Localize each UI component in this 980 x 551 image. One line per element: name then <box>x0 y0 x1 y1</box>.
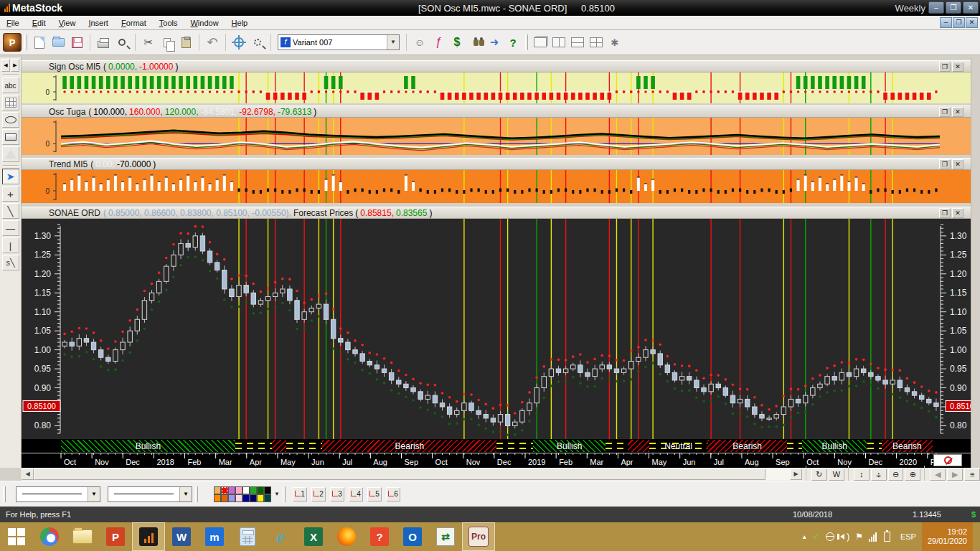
style-toolbar-grip[interactable] <box>3 486 6 502</box>
zoom-select-button[interactable] <box>248 33 267 52</box>
chart-layout-button-4[interactable]: 4 <box>349 487 363 501</box>
taskbar-word[interactable]: W <box>165 522 198 551</box>
color-swatch[interactable] <box>242 486 250 494</box>
variant-selector[interactable]: f Variant 007 ▼ <box>278 34 400 50</box>
palette-grip[interactable] <box>195 486 198 502</box>
network-globe-icon[interactable] <box>826 532 834 541</box>
panel-close-button[interactable]: ✕ <box>952 62 963 72</box>
chart-layout-button-6[interactable]: 6 <box>386 487 400 501</box>
pointer-tool-button[interactable]: ➤ <box>2 169 19 184</box>
taskbar-file-explorer[interactable] <box>66 522 99 551</box>
scroll-right-arrow[interactable]: ▶ <box>790 468 802 480</box>
undo-button[interactable]: ↶ <box>203 33 222 52</box>
periodicity-weekly-button[interactable]: W <box>829 468 844 481</box>
menu-insert[interactable]: Insert <box>82 17 115 29</box>
grid-tool-button[interactable] <box>2 95 19 110</box>
palette-dropdown-arrow[interactable]: ▼ <box>274 491 280 497</box>
color-swatch[interactable] <box>221 494 228 502</box>
battery-icon[interactable] <box>882 532 892 542</box>
toolbar-grip[interactable] <box>24 34 27 50</box>
chart-buttons-grip[interactable] <box>283 486 286 502</box>
color-swatch[interactable] <box>235 486 242 494</box>
color-swatch[interactable] <box>221 486 228 494</box>
refresh-button[interactable]: ↻ <box>811 468 827 481</box>
chart-layout-button-5[interactable]: 5 <box>367 487 382 501</box>
menu-edit[interactable]: Edit <box>26 17 52 29</box>
taskbar-excel[interactable]: X <box>297 522 330 551</box>
menu-format[interactable]: Format <box>115 17 153 29</box>
next-chart-button[interactable]: ▶ <box>947 468 963 481</box>
flag-icon[interactable]: ⚑ <box>855 532 863 542</box>
color-swatch[interactable] <box>250 486 257 494</box>
system-tester-button[interactable]: $ <box>448 33 466 52</box>
tile-vertical-button[interactable] <box>550 33 568 52</box>
chart-layout-button-3[interactable]: 3 <box>330 487 344 501</box>
print-button[interactable] <box>94 33 113 52</box>
panel-body-main[interactable]: 1.301.301.251.251.201.201.151.151.101.10… <box>22 219 971 439</box>
scroll-left-arrow[interactable]: ◀ <box>22 468 34 480</box>
taskbar-publisher-arrows[interactable]: ⇄ <box>429 522 462 551</box>
panel-close-button[interactable]: ✕ <box>952 208 963 218</box>
signal-bars-icon[interactable] <box>869 532 877 542</box>
panel-body-sign-osc[interactable]: 0 <box>22 72 971 103</box>
color-swatch[interactable] <box>214 486 221 494</box>
new-chart-button[interactable] <box>30 33 49 52</box>
chart-list-button[interactable]: ≡ <box>964 468 980 481</box>
panel-maximize-button[interactable]: ❐ <box>939 159 951 169</box>
taskbar-start[interactable] <box>0 522 33 551</box>
trendline-tool-button[interactable]: ╲ <box>2 203 19 219</box>
taskbar-metastock[interactable] <box>132 522 165 551</box>
volume-icon[interactable]: ) <box>840 532 849 542</box>
tray-expand-icon[interactable]: ▲ <box>801 534 807 540</box>
explorer-button[interactable] <box>466 33 485 52</box>
color-swatch[interactable] <box>214 494 221 502</box>
panel-maximize-button[interactable]: ❐ <box>939 208 951 218</box>
toolbar-grip-2[interactable] <box>525 34 528 50</box>
menu-help[interactable]: Help <box>225 17 255 29</box>
taskbar-chrome[interactable] <box>33 522 66 551</box>
scrollbar-thumb[interactable] <box>34 468 765 480</box>
crosshair-button[interactable] <box>230 33 248 52</box>
menu-window[interactable]: Window <box>184 17 225 29</box>
scroll-left-tool[interactable]: ◀ <box>1 59 10 72</box>
tile-grid-button[interactable] <box>587 33 606 52</box>
taskbar-firefox[interactable] <box>330 522 363 551</box>
taskbar-powerpoint[interactable]: P <box>99 522 132 551</box>
pan-button[interactable]: ↔↕ <box>871 468 887 481</box>
color-swatch[interactable] <box>250 494 257 502</box>
vertical-scale-button[interactable]: ↕ <box>854 468 870 481</box>
minimize-button[interactable]: – <box>928 1 944 14</box>
panel-close-button[interactable]: ✕ <box>952 159 963 169</box>
taskbar-maxthon[interactable]: m <box>198 522 231 551</box>
color-swatch[interactable] <box>257 486 264 494</box>
menu-file[interactable]: File <box>0 17 26 29</box>
no-smoking-indicator[interactable] <box>933 454 962 466</box>
variant-dropdown-arrow[interactable]: ▼ <box>387 35 399 50</box>
line-style-dropdown[interactable]: ▼ <box>16 486 100 502</box>
cut-button[interactable]: ✂ <box>139 33 158 52</box>
scroll-right-tool[interactable]: ▶ <box>11 59 19 72</box>
taskbar-help[interactable]: ? <box>363 522 396 551</box>
color-swatch[interactable] <box>228 486 235 494</box>
chart-layout-button-2[interactable]: 2 <box>311 487 326 501</box>
panel-close-button[interactable]: ✕ <box>952 107 963 117</box>
indicator-builder-button[interactable]: ƒ <box>429 33 448 52</box>
save-button[interactable] <box>67 33 86 52</box>
downloader-button[interactable]: ➜ <box>485 33 504 52</box>
horizontal-line-tool-button[interactable]: — <box>2 220 19 236</box>
taskbar-outlook[interactable]: O <box>396 522 429 551</box>
line-weight-dropdown[interactable]: ▼ <box>108 486 192 502</box>
text-tool-button[interactable]: abc <box>2 77 19 93</box>
restore-button[interactable]: ❐ <box>946 1 961 14</box>
open-button[interactable] <box>49 33 67 52</box>
panel-body-osc-tuga[interactable]: 0 <box>22 118 971 155</box>
taskbar-metastock-pro[interactable]: Pro <box>462 522 495 551</box>
color-swatch[interactable] <box>264 494 271 502</box>
horizontal-scrollbar[interactable] <box>34 468 790 480</box>
previous-chart-button[interactable]: ◀ <box>930 468 946 481</box>
line-style-arrow[interactable]: ▼ <box>88 487 100 501</box>
zoom-out-button[interactable]: ⊖ <box>888 468 904 481</box>
zoom-in-button[interactable]: ⊕ <box>905 468 920 481</box>
tray-clock[interactable]: 19:02 29/01/2020 <box>922 522 973 551</box>
mdi-close-button[interactable]: ✕ <box>966 17 978 28</box>
